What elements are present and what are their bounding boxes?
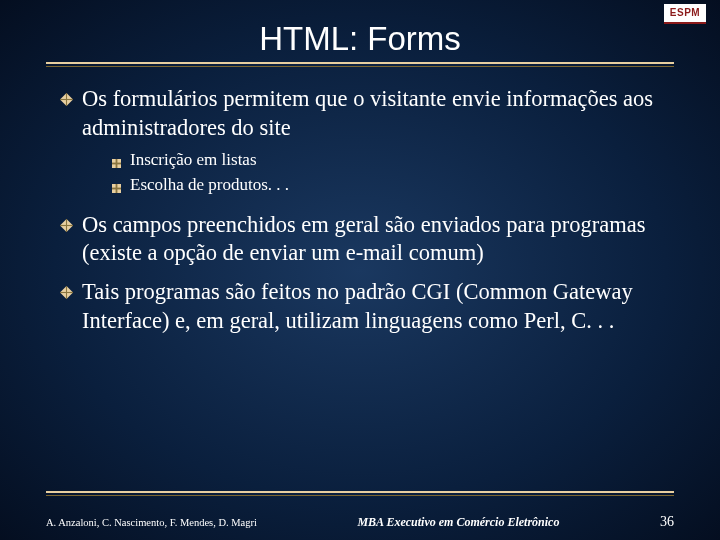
slide-title: HTML: Forms	[0, 20, 720, 58]
sub-text: Escolha de produtos. . .	[130, 174, 289, 196]
sub-item: Inscrição em listas	[112, 149, 660, 172]
sub-list: Inscrição em listas Escolha de produtos.…	[112, 149, 660, 197]
sub-item: Escolha de produtos. . .	[112, 174, 660, 197]
bullet-item: Os formulários permitem que o visitante …	[60, 85, 660, 143]
footer-divider	[46, 491, 674, 496]
title-divider	[46, 62, 674, 67]
sub-text: Inscrição em listas	[130, 149, 257, 171]
slide-number: 36	[660, 514, 674, 530]
slide-content: Os formulários permitem que o visitante …	[60, 85, 660, 336]
svg-rect-5	[112, 162, 121, 164]
bullet-icon	[60, 218, 82, 236]
bullet-icon	[60, 92, 82, 110]
bullet-icon	[60, 285, 82, 303]
bullet-text: Os campos preenchidos em geral são envia…	[82, 211, 660, 269]
footer: A. Anzaloni, C. Nascimento, F. Mendes, D…	[46, 514, 674, 530]
bullet-item: Tais programas são feitos no padrão CGI …	[60, 278, 660, 336]
sub-bullet-icon	[112, 154, 130, 172]
footer-authors: A. Anzaloni, C. Nascimento, F. Mendes, D…	[46, 517, 257, 528]
bullet-text: Tais programas são feitos no padrão CGI …	[82, 278, 660, 336]
bullet-text: Os formulários permitem que o visitante …	[82, 85, 660, 143]
svg-rect-8	[112, 187, 121, 189]
footer-program: MBA Executivo em Comércio Eletrônico	[357, 515, 559, 530]
logo-badge: ESPM	[664, 4, 706, 24]
sub-bullet-icon	[112, 179, 130, 197]
bullet-item: Os campos preenchidos em geral são envia…	[60, 211, 660, 269]
